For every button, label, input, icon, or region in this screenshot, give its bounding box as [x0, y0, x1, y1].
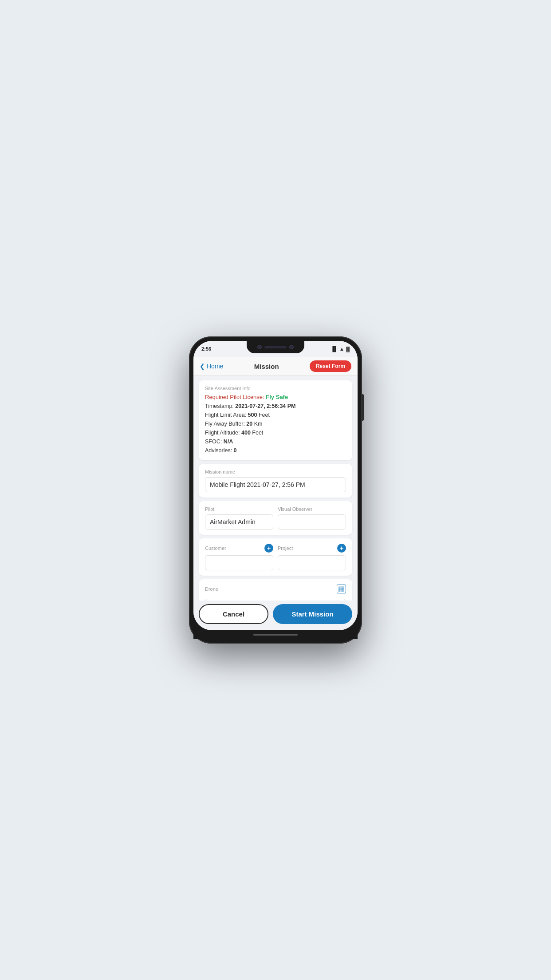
customer-field-wrap: Customer + [205, 544, 273, 570]
drone-label: Drone [205, 586, 218, 592]
qr-scan-icon[interactable]: ▦ [337, 585, 346, 593]
pilot-label: Pilot [205, 506, 273, 512]
flight-limit-row: Flight Limit Area: 500 Feet [205, 411, 346, 419]
customer-input[interactable] [205, 555, 273, 570]
mission-name-card: Mission name [199, 464, 352, 498]
page-title: Mission [254, 363, 279, 370]
required-license-value: Fly Safe [266, 394, 288, 400]
advisories-row: Advisories: 0 [205, 446, 346, 455]
site-assessment-label: Site Assessment Info [205, 386, 346, 391]
sfoc-row: SFOC: N/A [205, 437, 346, 446]
mission-name-label: Mission name [205, 469, 346, 474]
project-input[interactable] [278, 555, 346, 570]
bottom-action-bar: Cancel Start Mission [193, 601, 358, 630]
visual-observer-label: Visual Observer [278, 506, 346, 512]
project-field-wrap: Project + [278, 544, 346, 570]
pilot-observer-card: Pilot Visual Observer [199, 501, 352, 535]
nav-bar: ❮ Home Mission Reset Form [193, 357, 358, 376]
back-label: Home [207, 363, 223, 370]
timestamp-row: Timestamp: 2021-07-27, 2:56:34 PM [205, 402, 346, 411]
visual-observer-field-wrap: Visual Observer [278, 506, 346, 530]
add-customer-button[interactable]: + [264, 544, 273, 553]
customer-label: Customer [205, 545, 226, 551]
required-license-row: Required Pilot License: Fly Safe [205, 394, 346, 400]
project-label: Project [278, 545, 293, 551]
add-project-button[interactable]: + [337, 544, 346, 553]
content-area: Site Assessment Info Required Pilot Lice… [193, 376, 358, 601]
wifi-icon: ▲ [339, 346, 344, 352]
drone-card: Drone ▦ [199, 579, 352, 601]
cancel-button[interactable]: Cancel [199, 604, 268, 624]
start-mission-button[interactable]: Start Mission [273, 604, 352, 624]
visual-observer-input[interactable] [278, 514, 346, 530]
fly-away-row: Fly Away Buffer: 20 Km [205, 419, 346, 428]
reset-form-button[interactable]: Reset Form [310, 360, 351, 372]
home-indicator [253, 634, 298, 636]
back-chevron-icon: ❮ [200, 363, 205, 370]
home-bar [193, 630, 358, 639]
signal-icon: ▐▌ [331, 346, 338, 352]
status-time: 2:56 [201, 346, 211, 352]
flight-altitude-row: Flight Altitude: 400 Feet [205, 428, 346, 437]
mission-name-input[interactable] [205, 477, 346, 492]
pilot-input[interactable] [205, 514, 273, 530]
back-button[interactable]: ❮ Home [200, 363, 223, 370]
site-assessment-card: Site Assessment Info Required Pilot Lice… [199, 380, 352, 460]
required-license-prefix: Required Pilot License: [205, 394, 266, 400]
pilot-field-wrap: Pilot [205, 506, 273, 530]
battery-icon: ▓ [346, 346, 350, 352]
customer-project-card: Customer + Project + [199, 538, 352, 576]
